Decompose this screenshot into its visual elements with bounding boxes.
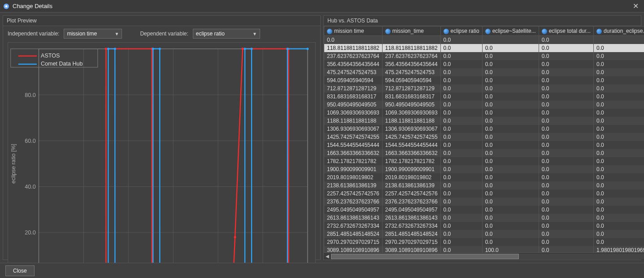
table-cell [382,36,440,44]
table-cell: 0.0 [482,214,539,222]
table-cell: 0.0 [539,60,593,68]
svg-text:ASTOS: ASTOS [41,53,60,59]
dependent-var-label: Dependent variable: [140,31,188,37]
table-cell: 0.0 [594,52,644,60]
table-cell: 0.0 [594,60,644,68]
svg-point-46 [152,48,154,50]
table-row[interactable]: 237.62376237623764237.623762376237640.00… [324,52,644,60]
svg-point-29 [105,48,107,50]
table-cell: 0.0 [440,173,482,181]
table-cell: 0.0 [440,149,482,157]
table-cell: 0.0 [594,181,644,190]
window-close-button[interactable]: ✕ [630,1,641,11]
table-cell: 0.0 [482,157,539,165]
column-header[interactable]: mission time [324,26,383,36]
table-row[interactable]: 1663.36633663366321663.36633663366320.00… [324,149,644,157]
independent-var-combo[interactable]: mission time ▼ [64,29,122,39]
table-row[interactable]: 2851.48514851485242851.48514851485240.00… [324,230,644,238]
table-row[interactable]: 2257.42574257425762257.42574257425760.00… [324,190,644,198]
table-row[interactable]: 950.4950495049505950.49504950495050.00.0… [324,101,644,109]
table-cell: 0.0 [440,141,482,149]
table-cell: 0.0 [539,76,593,84]
table-cell: 0.0 [482,84,539,93]
table-row[interactable]: 1544.55445544554441544.55445544554440.00… [324,141,644,149]
column-header[interactable]: eclipse ratio [440,26,482,36]
table-row[interactable]: 1306.93069306930671306.93069306930670.00… [324,125,644,133]
table-cell: 0.0 [594,173,644,181]
table-cell: 0.0 [482,173,539,181]
footer: Close [0,263,644,278]
data-table: mission timemission_timeeclipse ratioecl… [324,26,644,252]
table-row[interactable]: 1782.1782178217821782.1782178217820.00.0… [324,157,644,165]
table-cell: 0.0 [482,133,539,141]
table-cell: 2613.8613861386143 [382,214,440,222]
table-cell: 2019.80198019802 [324,173,383,181]
column-header[interactable]: eclipse~Satellite... [482,26,539,36]
table-row[interactable]: 831.6831683168317831.68316831683170.00.0… [324,93,644,101]
column-icon [327,29,332,34]
table-row[interactable]: 1069.30693069306931069.30693069306930.00… [324,109,644,117]
table-cell: 0.0 [539,238,593,246]
column-header[interactable]: mission_time [382,26,440,36]
table-cell: 0.0 [440,36,482,44]
table-cell [482,36,539,44]
dependent-var-combo[interactable]: eclipse ratio ▼ [193,29,260,39]
svg-point-51 [250,48,252,50]
table-cell: 0.0 [440,165,482,173]
table-cell: 0.0 [539,230,593,238]
table-cell: 0.0 [482,60,539,68]
plot-area[interactable]: 0.02000.04000.06000.08000.010000.012000.… [8,42,316,278]
table-cell: 2138.613861386139 [382,181,440,190]
table-row[interactable]: 3089.10891089108963089.10891089108960.01… [324,246,644,252]
column-header[interactable]: duration_eclipse... [594,26,644,36]
table-cell: 2257.4257425742576 [382,190,440,198]
scroll-left-arrow[interactable]: ◀ [324,254,331,259]
table-row[interactable]: 712.8712871287129712.87128712871290.00.0… [324,84,644,93]
table-cell: 831.6831683168317 [324,93,383,101]
plot-preview-panel: Plot Preview Independent variable: missi… [3,15,321,260]
table-cell: 0.0 [324,36,383,44]
table-cell: 0.0 [594,76,644,84]
table-cell: 0.0 [482,125,539,133]
table-cell: 0.0 [539,125,593,133]
table-row[interactable]: 2019.801980198022019.801980198020.00.00.… [324,173,644,181]
table-cell: 0.0 [539,246,593,252]
column-header[interactable]: eclipse total dur... [539,26,593,36]
table-row[interactable]: 1188.1188118811881188.1188118811880.00.0… [324,117,644,125]
table-cell: 0.0 [539,36,593,44]
table-row[interactable]: 2495.04950495049572495.04950495049570.00… [324,206,644,214]
table-row[interactable]: 2970.29702970297152970.29702970297150.00… [324,238,644,246]
table-row[interactable]: 2732.67326732673342732.67326732673340.00… [324,222,644,230]
table-row[interactable]: 1900.9900990099011900.9900990099010.00.0… [324,165,644,173]
horizontal-scrollbar[interactable]: ◀ ▶ [324,252,644,260]
table-cell: 0.0 [539,68,593,76]
table-scroll[interactable]: mission timemission_timeeclipse ratioecl… [324,26,644,252]
table-row[interactable]: 118.81188118811882118.811881188118820.00… [324,44,644,52]
table-cell: 356.43564356435644 [324,60,383,68]
table-row[interactable]: 2138.6138613861392138.6138613861390.00.0… [324,181,644,190]
svg-point-54 [286,48,288,50]
hscroll-thumb[interactable] [331,254,519,259]
table-cell: 0.0 [440,230,482,238]
table-cell: 0.0 [539,173,593,181]
table-cell: 1782.178217821782 [382,157,440,165]
table-cell: 0.0 [482,238,539,246]
table-cell: 0.0 [594,222,644,230]
table-row[interactable]: 356.43564356435644356.435643564356440.00… [324,60,644,68]
svg-text:40.0: 40.0 [25,184,35,190]
table-row[interactable]: 2613.86138613861432613.86138613861430.00… [324,214,644,222]
svg-point-55 [306,48,309,50]
table-row[interactable]: 2376.23762376237662376.23762376237660.00… [324,198,644,206]
svg-text:20.0: 20.0 [25,229,35,236]
table-row[interactable]: 594.059405940594594.0594059405940.00.00.… [324,76,644,84]
table-cell: 0.0 [594,238,644,246]
table-row[interactable]: 475.2475247524753475.24752475247530.00.0… [324,68,644,76]
chevron-down-icon: ▼ [115,31,119,36]
table-cell: 594.059405940594 [382,76,440,84]
table-row[interactable]: 1425.74257425742551425.74257425742550.00… [324,133,644,141]
table-cell: 2138.613861386139 [324,181,383,190]
table-cell: 0.0 [440,214,482,222]
table-cell: 0.0 [594,44,644,52]
table-row[interactable]: 0.00.00.00.0 [324,36,644,44]
close-button[interactable]: Close [5,265,35,276]
